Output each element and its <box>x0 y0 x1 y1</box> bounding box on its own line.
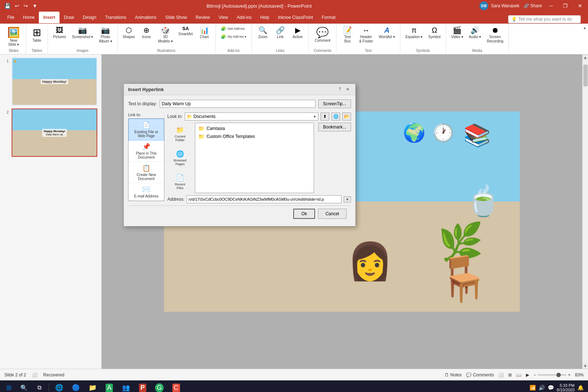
volume-icon[interactable]: 🔊 <box>539 385 545 391</box>
close-button[interactable]: ✕ <box>575 1 585 10</box>
zoom-percentage[interactable]: 83% <box>575 372 584 377</box>
file-item-custom-templates[interactable]: 📁 Custom Office Templates <box>197 132 312 140</box>
zoom-out-button[interactable]: − <box>534 372 536 377</box>
action-center-icon[interactable]: 🔔 <box>577 385 584 391</box>
customize-quick-access-button[interactable]: ▼ <box>31 2 39 9</box>
tab-help[interactable]: Help <box>256 12 274 23</box>
tab-file[interactable]: File <box>3 12 19 23</box>
slide-image-2[interactable]: Happy Monday!Daily Warm Up <box>12 109 97 157</box>
shapes-button[interactable]: ⬡ Shapes <box>121 25 137 40</box>
recent-files-button[interactable]: 📄 RecentFiles <box>167 171 193 193</box>
zoom-in-button[interactable]: + <box>568 372 571 377</box>
ok-button[interactable]: Ok <box>293 209 315 219</box>
taskbar-acronis[interactable]: A <box>101 381 117 392</box>
redo-button[interactable]: ↪ <box>22 2 29 9</box>
network-icon[interactable]: 📶 <box>530 385 536 391</box>
undo-button[interactable]: ↩ <box>13 2 21 9</box>
chart-button[interactable]: 📊 Chart <box>196 25 212 40</box>
minimize-button[interactable]: ─ <box>546 1 556 10</box>
tab-transitions[interactable]: Transitions <box>101 12 130 23</box>
view-slideshow-icon[interactable]: ▶ <box>526 372 529 377</box>
icons-button[interactable]: ⊕ Icons <box>139 25 155 40</box>
zoom-control[interactable]: − + <box>534 372 571 377</box>
scroll-up-button[interactable]: ▲ <box>583 54 588 60</box>
start-button[interactable]: ⊞ <box>1 381 16 392</box>
cancel-button[interactable]: Cancel <box>318 209 347 219</box>
taskbar-app-green[interactable]: G <box>151 381 167 392</box>
search-button[interactable]: 🔍 <box>17 381 31 392</box>
screenshot-button[interactable]: 📷 Screenshot ▾ <box>70 25 95 40</box>
table-button[interactable]: ⊞ Table <box>30 25 44 44</box>
link-to-existing-file[interactable]: 📄 Existing File orWeb Page <box>128 119 164 140</box>
view-reading-icon[interactable]: 📖 <box>516 372 522 377</box>
tab-view[interactable]: View <box>214 12 232 23</box>
slide-thumbnail-2[interactable]: 2 Happy Monday!Daily Warm Up <box>3 109 98 157</box>
view-grid-icon[interactable]: ⊞ <box>508 372 512 377</box>
zoom-button[interactable]: 🔍 Zoom <box>255 25 271 40</box>
taskbar-file-explorer[interactable]: 📁 <box>85 381 101 392</box>
smartart-button[interactable]: SA SmartArt <box>176 25 195 37</box>
nav-up-button[interactable]: ⬆ <box>320 113 329 121</box>
file-item-camtasia[interactable]: 📁 Camtasia <box>197 124 312 132</box>
photo-album-button[interactable]: 📷 PhotoAlbum ▾ <box>97 25 114 44</box>
tab-addins[interactable]: Add-ins <box>232 12 256 23</box>
bookmark-button[interactable]: Bookmark... <box>318 123 351 131</box>
screentip-button[interactable]: ScreenTip... <box>318 99 351 108</box>
tab-review[interactable]: Review <box>191 12 214 23</box>
comments-button[interactable]: 💬 Comments <box>466 372 494 377</box>
dialog-close-button[interactable]: ✕ <box>344 86 351 93</box>
textbox-button[interactable]: 📝 TextBox <box>339 25 355 44</box>
equation-button[interactable]: π Equation ▾ <box>403 25 425 40</box>
vertical-scrollbar[interactable]: ▲ ▼ <box>582 54 588 369</box>
current-folder-button[interactable]: 📁 CurrentFolder <box>167 123 193 145</box>
notification-icon[interactable]: 💬 <box>548 385 554 391</box>
clock-area[interactable]: 5:33 PM 8/10/2020 <box>557 383 575 392</box>
look-in-combo[interactable]: 📁 Documents ▼ <box>185 113 318 121</box>
my-addins-button[interactable]: 🧩 My Add-ins ▾ <box>219 33 249 40</box>
slide-image-1[interactable]: ★ Happy Monday! <box>12 57 97 106</box>
restore-button[interactable]: ❐ <box>560 1 571 10</box>
link-to-email[interactable]: ✉️ E-mail Address <box>128 183 164 201</box>
save-button[interactable]: 💾 <box>3 2 12 9</box>
address-input[interactable] <box>187 195 342 203</box>
taskbar-powerpoint[interactable]: P <box>135 381 151 392</box>
audio-button[interactable]: 🔊 Audio ▾ <box>467 25 483 40</box>
new-slide-button[interactable]: 🖼️ NewSlide ▾ <box>4 25 23 48</box>
dialog-title-bar[interactable]: Insert Hyperlink ? ✕ <box>124 84 355 95</box>
3d-models-button[interactable]: 🎲 3DModels ▾ <box>156 25 175 44</box>
notes-button[interactable]: 🗒 Notes <box>445 372 462 377</box>
action-button[interactable]: ▶ Action <box>290 25 306 40</box>
wordart-button[interactable]: A WordArt ▾ <box>377 25 397 40</box>
share-button[interactable]: 🔗 Share <box>524 3 542 8</box>
tab-animations[interactable]: Animations <box>131 12 161 23</box>
ribbon-collapse-button[interactable]: ▲ <box>583 24 587 53</box>
address-dropdown-button[interactable]: ▼ <box>344 196 351 203</box>
get-addins-button[interactable]: 🧩 Get Add-ins <box>219 25 247 32</box>
taskbar-app-red[interactable]: C <box>168 381 184 392</box>
tab-insert[interactable]: Insert <box>39 12 60 23</box>
symbol-button[interactable]: Ω Symbol <box>426 25 442 40</box>
scroll-track[interactable] <box>583 60 588 363</box>
pictures-button[interactable]: 🖼 Pictures <box>51 25 68 40</box>
nav-web-search-button[interactable]: 🌐 <box>331 113 340 121</box>
user-avatar[interactable]: SW <box>479 1 488 10</box>
browsed-pages-button[interactable]: 🌐 BrowsedPages <box>167 147 193 169</box>
zoom-slider[interactable] <box>538 374 567 376</box>
text-to-display-input[interactable] <box>160 100 315 108</box>
zoom-slider-thumb[interactable] <box>556 373 561 377</box>
view-normal-icon[interactable]: ⬜ <box>498 372 504 377</box>
comment-button[interactable]: 💬 Comment <box>312 25 333 44</box>
taskbar-teams[interactable]: 👥 <box>118 381 134 392</box>
tab-draw[interactable]: Draw <box>60 12 78 23</box>
dialog-help-button[interactable]: ? <box>336 86 343 93</box>
link-button[interactable]: 🔗 Link <box>272 25 288 40</box>
task-view-button[interactable]: ⧉ <box>32 381 46 392</box>
tab-format[interactable]: Format <box>317 12 340 23</box>
tab-home[interactable]: Home <box>19 12 39 23</box>
tab-design[interactable]: Design <box>78 12 101 23</box>
tell-me-input[interactable]: 💡 Tell me what you want to do <box>508 15 581 23</box>
link-to-place-in-doc[interactable]: 📌 Place in ThisDocument <box>128 140 164 162</box>
scroll-thumb[interactable] <box>583 65 588 86</box>
video-button[interactable]: 🎬 Video ▾ <box>449 25 465 40</box>
link-to-new-doc[interactable]: 📋 Create NewDocument <box>128 162 164 183</box>
